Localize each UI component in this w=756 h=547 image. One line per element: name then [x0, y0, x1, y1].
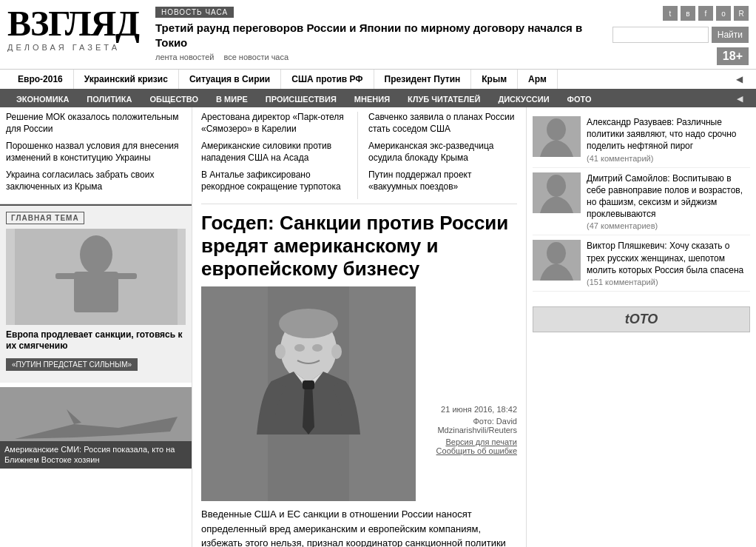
right-item-3-comments: (151 комментарий) [587, 278, 750, 286]
svg-point-15 [275, 344, 286, 359]
nav-syria[interactable]: Ситуация в Сирии [179, 70, 281, 89]
main-article-body: 21 июня 2016, 18:42 Фото: David Mdzinari… [201, 286, 517, 547]
svg-point-13 [294, 344, 305, 352]
nav-world[interactable]: В МИРЕ [207, 91, 257, 107]
sidebar-img-block: Американские СМИ: Россия показала, кто н… [0, 387, 192, 469]
right-item-2: Дмитрий Самойлов: Воспитываю в себе равн… [533, 168, 750, 236]
svg-point-16 [331, 344, 342, 359]
main-theme-tag[interactable]: «ПУТИН ПРЕДСТАЕТ СИЛЬНЫМ» [6, 358, 138, 371]
main-theme-caption[interactable]: Европа продлевает санкции, готовясь к их… [6, 329, 186, 352]
svg-point-14 [312, 344, 323, 352]
all-news-link[interactable]: все новости часа [223, 53, 288, 61]
logo-subtitle: ДЕЛОВАЯ ГАЗЕТА [7, 43, 141, 52]
svg-point-23 [547, 242, 566, 264]
header-right: t в f o R Найти 18+ [612, 6, 749, 65]
right-item-1-comments: (41 комментарий) [587, 154, 750, 163]
nav-incidents[interactable]: ПРОИСШЕСТВИЯ [257, 91, 345, 107]
print-link[interactable]: Версия для печати [425, 437, 517, 446]
breaking-news-label: НОВОСТЬ ЧАСА [155, 7, 234, 18]
main-article-title[interactable]: Госдеп: Санкции против России вредят аме… [201, 212, 517, 281]
breaking-news-links: лента новостей все новости часа [155, 53, 598, 61]
logo-title: ВЗГЛЯД [7, 6, 141, 41]
social-icons: t в f o R [663, 6, 749, 21]
right-item-2-text: Дмитрий Самойлов: Воспитываю в себе равн… [587, 172, 750, 231]
news-feed-link[interactable]: лента новостей [155, 53, 214, 61]
right-item-1-text: Александр Разуваев: Различные политики з… [587, 116, 750, 163]
vk-icon[interactable]: в [681, 6, 695, 21]
main-theme-block: ГЛАВНАЯ ТЕМА Европа продлевает санкции, … [0, 204, 192, 383]
right-item-2-content[interactable]: Дмитрий Самойлов: Воспитываю в себе равн… [587, 172, 750, 221]
right-item-3-content[interactable]: Виктор Пляшкевич: Хочу сказать о трех ру… [587, 240, 750, 276]
right-item-2-image [533, 172, 581, 213]
top-news-row: Арестована директор «Парк-отеля «Сямозер… [201, 107, 517, 204]
svg-point-19 [547, 118, 566, 141]
right-item-1-image [533, 116, 581, 157]
search-input[interactable] [612, 27, 709, 43]
middle-news-1-1[interactable]: Арестована директор «Парк-отеля «Сямозер… [201, 112, 350, 135]
svg-point-21 [547, 175, 566, 197]
sidebar-news-section: Решение МОК оказалось положительным для … [0, 107, 192, 204]
svg-point-12 [279, 309, 338, 338]
sidebar-img-caption[interactable]: Американские СМИ: Россия показала, кто н… [0, 441, 192, 469]
twitter-icon[interactable]: t [663, 6, 678, 21]
svg-rect-10 [349, 286, 416, 501]
sidebar: Решение МОК оказалось положительным для … [0, 107, 192, 547]
right-column: Александр Разуваев: Различные политики з… [527, 107, 756, 547]
age-badge: 18+ [717, 47, 749, 65]
nav-putin[interactable]: Президент Путин [374, 70, 472, 89]
nav-economy[interactable]: ЭКОНОМИКА [7, 91, 78, 107]
odnoklassniki-icon[interactable]: o [716, 6, 731, 21]
svg-rect-17 [303, 380, 314, 389]
search-row: Найти [612, 27, 749, 43]
middle-content: Арестована директор «Парк-отеля «Сямозер… [192, 107, 527, 547]
top-nav-arrow-right[interactable]: ◀ [730, 70, 749, 89]
nav-photo[interactable]: ФОТО [558, 91, 601, 107]
second-nav-arrow[interactable]: ◀ [731, 90, 749, 107]
middle-news-1-2[interactable]: Американские силовики против нападения С… [201, 141, 350, 164]
nav-opinions[interactable]: МНЕНИЯ [345, 91, 399, 107]
nav-discussions[interactable]: ДИСКУССИИ [489, 91, 558, 107]
main-theme-image [6, 229, 186, 325]
svg-rect-2 [74, 272, 118, 312]
rss-icon[interactable]: R [734, 6, 749, 21]
nav-arm[interactable]: Арм [518, 70, 558, 89]
nav-ukraine[interactable]: Украинский кризис [74, 70, 179, 89]
toto-text: tOTO [625, 312, 658, 326]
middle-news-2-3[interactable]: Путин поддержал проект «вакуумных поездо… [368, 170, 517, 192]
right-item-1-content[interactable]: Александр Разуваев: Различные политики з… [587, 116, 750, 152]
nav-politics[interactable]: ПОЛИТИКА [78, 91, 141, 107]
svg-rect-4 [115, 273, 137, 279]
article-date: 21 июня 2016, 18:42 [425, 405, 517, 414]
right-item-3-text: Виктор Пляшкевич: Хочу сказать о трех ру… [587, 240, 750, 286]
error-link[interactable]: Сообщить об ошибке [425, 446, 517, 455]
main-article-text: Введенные США и ЕС санкции в отношении Р… [201, 507, 517, 547]
nav-usa-rf[interactable]: США против РФ [281, 70, 374, 89]
svg-point-1 [80, 235, 112, 274]
nav-crimea[interactable]: Крым [471, 70, 518, 89]
middle-news-2-2[interactable]: Американская экс-разведчица осудила блок… [368, 141, 517, 164]
middle-news-2-1[interactable]: Савченко заявила о планах России стать с… [368, 112, 517, 135]
sidebar-news-3[interactable]: Украина согласилась забрать своих заключ… [6, 170, 186, 192]
sidebar-news-1[interactable]: Решение МОК оказалось положительным для … [6, 112, 186, 135]
search-button[interactable]: Найти [712, 27, 749, 43]
toto-banner[interactable]: tOTO [533, 306, 750, 332]
right-item-2-comments: (47 комментариев) [587, 221, 750, 230]
svg-rect-3 [55, 273, 78, 279]
facebook-icon[interactable]: f [698, 6, 713, 21]
nav-euro2016[interactable]: Евро-2016 [7, 70, 74, 89]
right-item-1: Александр Разуваев: Различные политики з… [533, 112, 750, 168]
nav-readers-club[interactable]: КЛУБ ЧИТАТЕЛЕЙ [399, 91, 489, 107]
breaking-news-title[interactable]: Третий раунд переговоров России и Японии… [155, 21, 598, 50]
article-photo-credit: Фото: David Mdzinarishvili/Reuters [425, 417, 517, 434]
main-article-image [201, 286, 416, 501]
sidebar-news-2[interactable]: Порошенко назвал условия для внесения из… [6, 141, 186, 164]
main-article: Госдеп: Санкции против России вредят аме… [201, 212, 517, 547]
second-navigation: ЭКОНОМИКА ПОЛИТИКА ОБЩЕСТВО В МИРЕ ПРОИС… [0, 90, 756, 107]
site-logo[interactable]: ВЗГЛЯД ДЕЛОВАЯ ГАЗЕТА [7, 6, 141, 52]
main-theme-label: ГЛАВНАЯ ТЕМА [6, 212, 84, 224]
main-content: Решение МОК оказалось положительным для … [0, 107, 756, 547]
middle-news-col1: Арестована директор «Парк-отеля «Сямозер… [201, 112, 358, 199]
middle-news-1-3[interactable]: В Анталье зафиксировано рекордное сокращ… [201, 170, 350, 192]
nav-society[interactable]: ОБЩЕСТВО [141, 91, 207, 107]
main-article-side: 21 июня 2016, 18:42 Фото: David Mdzinari… [425, 286, 517, 461]
